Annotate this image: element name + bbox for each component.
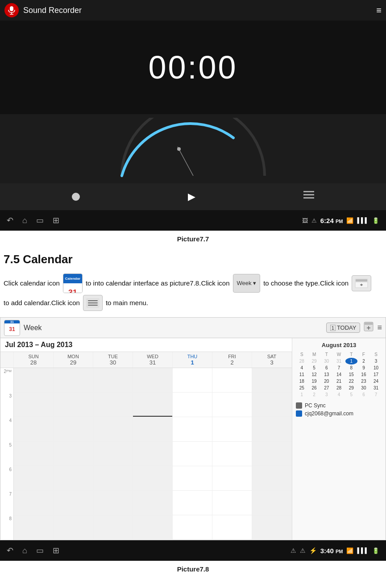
cell-fri-5[interactable] [212, 442, 252, 466]
mini-cell-30[interactable]: 30 [320, 358, 332, 364]
mini-cell-28b[interactable]: 28 [333, 385, 345, 391]
mini-cell-13[interactable]: 13 [320, 371, 332, 378]
mini-cell-31b[interactable]: 31 [370, 385, 382, 391]
mini-cell-2b[interactable]: 2 [308, 391, 320, 398]
mini-cell-6[interactable]: 6 [320, 364, 332, 371]
home-icon[interactable]: ⌂ [22, 216, 27, 225]
cell-wed-2[interactable] [133, 368, 173, 393]
cell-wed-5[interactable] [133, 442, 173, 466]
mini-cell-5[interactable]: 5 [308, 364, 320, 371]
mini-cell-8[interactable]: 8 [345, 364, 357, 371]
mini-cell-15[interactable]: 15 [345, 371, 357, 378]
mini-cell-30[interactable]: 30 [358, 385, 370, 391]
mini-cell-23[interactable]: 23 [358, 378, 370, 385]
cell-sun-7[interactable] [14, 491, 54, 515]
cell-sun-6[interactable] [14, 466, 54, 491]
today-button[interactable]: 1 TODAY [326, 323, 361, 333]
cell-wed-7[interactable] [133, 491, 173, 515]
mini-cell-29b[interactable]: 29 [345, 385, 357, 391]
cell-wed-6[interactable] [133, 466, 173, 491]
cell-mon-6[interactable] [54, 466, 93, 491]
cell-thu-2[interactable] [173, 368, 212, 393]
cell-tue-4[interactable] [93, 417, 133, 442]
cell-sat-7[interactable] [252, 491, 292, 515]
cell-tue-3[interactable] [93, 393, 133, 417]
cell-fri-7[interactable] [212, 491, 252, 515]
cell-sat-3[interactable] [252, 393, 292, 417]
mini-cell-3b[interactable]: 3 [320, 391, 332, 398]
mini-cell-7[interactable]: 7 [333, 364, 345, 371]
cell-mon-4[interactable] [54, 417, 93, 442]
menu-icon[interactable]: ≡ [376, 5, 382, 16]
mini-cell-27[interactable]: 27 [320, 385, 332, 391]
mini-cell-19[interactable]: 19 [308, 378, 320, 385]
cell-fri-3[interactable] [212, 393, 252, 417]
cell-thu-6[interactable] [173, 466, 212, 491]
cell-mon-5[interactable] [54, 442, 93, 466]
mini-cell-11[interactable]: 11 [296, 371, 308, 378]
mini-cell-28[interactable]: 28 [296, 358, 308, 364]
cell-thu-4[interactable] [173, 417, 212, 442]
recents-icon[interactable]: ▭ [36, 215, 44, 225]
screenshot-icon-2[interactable]: ⊞ [53, 546, 59, 555]
cell-thu-5[interactable] [173, 442, 212, 466]
cell-sun-5[interactable] [14, 442, 54, 466]
cell-wed-3[interactable] [133, 393, 173, 417]
cal-week-label[interactable]: Week [24, 324, 42, 332]
mini-cell-12[interactable]: 12 [308, 371, 320, 378]
mini-cell-9[interactable]: 9 [358, 364, 370, 371]
mini-cell-5b[interactable]: 5 [345, 391, 357, 398]
cell-fri-4[interactable] [212, 417, 252, 442]
mini-cell-17[interactable]: 17 [370, 371, 382, 378]
mini-cell-22[interactable]: 22 [345, 378, 357, 385]
cell-mon-8[interactable] [54, 515, 93, 540]
cell-sun-2[interactable] [14, 368, 54, 393]
mini-cell-25[interactable]: 25 [296, 385, 308, 391]
mini-cell-1-today[interactable]: 1 [345, 358, 357, 364]
mini-cell-7b[interactable]: 7 [370, 391, 382, 398]
cell-tue-7[interactable] [93, 491, 133, 515]
cell-tue-2[interactable] [93, 368, 133, 393]
mini-cell-18[interactable]: 18 [296, 378, 308, 385]
mini-cell-10[interactable]: 10 [370, 364, 382, 371]
cell-sat-8[interactable] [252, 515, 292, 540]
cell-thu-7[interactable] [173, 491, 212, 515]
list-button[interactable] [303, 191, 314, 203]
mini-cell-24[interactable]: 24 [370, 378, 382, 385]
home-icon-2[interactable]: ⌂ [22, 546, 27, 555]
mini-cell-20[interactable]: 20 [320, 378, 332, 385]
cell-sat-2[interactable] [252, 368, 292, 393]
cell-sat-6[interactable] [252, 466, 292, 491]
cell-mon-7[interactable] [54, 491, 93, 515]
screenshot-icon[interactable]: ⊞ [53, 215, 59, 225]
cell-fri-8[interactable] [212, 515, 252, 540]
recents-icon-2[interactable]: ▭ [36, 546, 44, 555]
cell-sun-3[interactable] [14, 393, 54, 417]
mini-cell-14[interactable]: 14 [333, 371, 345, 378]
cell-thu-3[interactable] [173, 393, 212, 417]
cell-sat-5[interactable] [252, 442, 292, 466]
cal-menu-btn[interactable]: ≡ [377, 323, 382, 332]
mini-cell-29[interactable]: 29 [308, 358, 320, 364]
cell-mon-3[interactable] [54, 393, 93, 417]
cell-thu-8[interactable] [173, 515, 212, 540]
mini-cell-21[interactable]: 21 [333, 378, 345, 385]
cell-tue-8[interactable] [93, 515, 133, 540]
cell-tue-6[interactable] [93, 466, 133, 491]
cell-sun-4[interactable] [14, 417, 54, 442]
cell-mon-2[interactable] [54, 368, 93, 393]
play-button[interactable]: ▶ [188, 191, 195, 203]
mini-cell-16[interactable]: 16 [358, 371, 370, 378]
mini-cell-4[interactable]: 4 [296, 364, 308, 371]
cell-wed-8[interactable] [133, 515, 173, 540]
mini-cell-3[interactable]: 3 [370, 358, 382, 364]
cell-sat-4[interactable] [252, 417, 292, 442]
add-event-btn[interactable] [364, 322, 374, 334]
mini-cell-2[interactable]: 2 [358, 358, 370, 364]
mini-cell-6b[interactable]: 6 [358, 391, 370, 398]
mini-cell-31[interactable]: 31 [333, 358, 345, 364]
cell-fri-2[interactable] [212, 368, 252, 393]
cell-sun-8[interactable] [14, 515, 54, 540]
cell-fri-6[interactable] [212, 466, 252, 491]
mini-cell-26[interactable]: 26 [308, 385, 320, 391]
